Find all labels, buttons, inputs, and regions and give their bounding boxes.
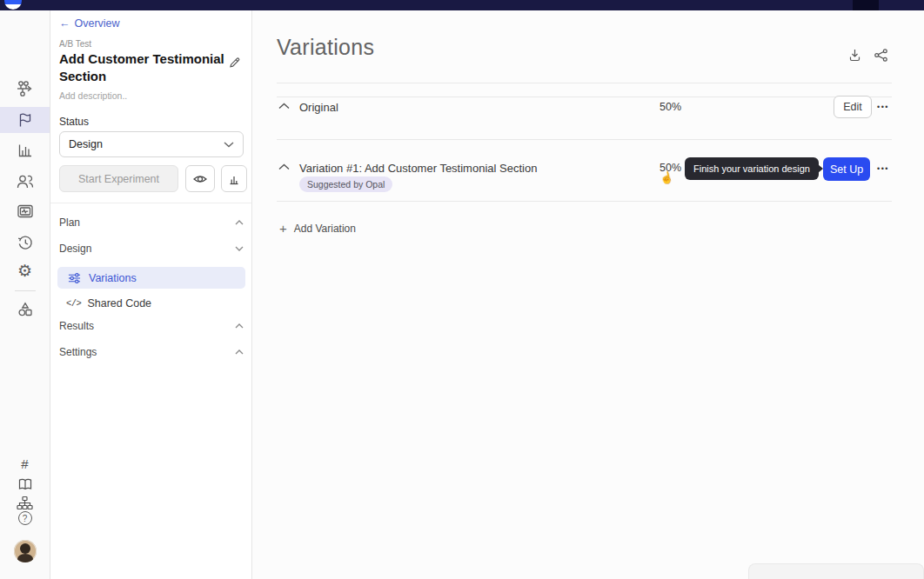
chevron-up-icon [235,323,244,329]
download-icon[interactable] [847,48,862,63]
nav-label: Design [59,243,91,255]
edit-button[interactable]: Edit [834,96,872,118]
topbar-decoration [853,0,879,10]
icon-rail: ⚙ # ? [0,10,50,579]
back-to-overview-link[interactable]: ← Overview [59,17,120,30]
chevron-up-icon [235,349,244,355]
row-divider [277,139,892,140]
start-experiment-button[interactable]: Start Experiment [59,165,178,192]
nav-item-label: Shared Code [87,297,151,309]
history-icon[interactable] [0,234,50,251]
bottom-right-widget [748,563,924,579]
header-divider [277,83,892,83]
experiment-title: Add Customer Testimonial Section [59,50,228,85]
nav-section-plan[interactable]: Plan [59,216,244,229]
nav-section-settings[interactable]: Settings [59,346,244,358]
back-label: Overview [75,17,120,30]
nav-item-variations[interactable]: Variations [57,267,245,289]
suggested-badge: Suggested by Opal [299,176,392,192]
monitor-icon[interactable] [0,203,50,219]
plus-icon: + [279,222,287,235]
variations-main: Variations Original [252,10,924,579]
hash-icon[interactable]: # [0,457,50,470]
nav-label: Results [59,320,94,332]
description-placeholder[interactable]: Add description.. [59,90,127,101]
user-avatar[interactable] [14,540,37,562]
share-icon[interactable] [874,48,888,63]
row-menu-icon[interactable]: ••• [877,164,889,173]
experiment-panel: ← Overview A/B Test Add Customer Testimo… [50,10,252,579]
variation-name: Original [299,101,338,114]
help-icon[interactable]: ? [0,511,50,525]
chevron-down-icon [224,142,234,148]
list-top-divider [277,96,892,97]
chevron-up-icon [235,220,244,225]
top-bar [0,0,924,10]
sliders-icon [68,272,81,284]
nav-item-label: Variations [89,272,137,284]
nav-label: Settings [59,346,97,358]
collapse-caret-icon[interactable] [278,103,290,110]
book-icon[interactable] [0,477,50,491]
set-up-button[interactable]: Set Up [823,157,870,181]
status-value: Design [69,138,103,150]
preview-eye-button[interactable] [185,165,215,192]
eye-icon [192,173,208,185]
audience-icon[interactable] [0,173,50,190]
shapes-icon[interactable] [0,301,50,318]
experiment-split-icon[interactable] [0,80,50,97]
variation-name: Variation #1: Add Customer Testimonial S… [299,162,537,175]
add-variation-button[interactable]: + Add Variation [279,222,356,235]
chevron-down-icon [235,246,244,251]
collapse-caret-icon[interactable] [278,163,290,170]
sitemap-icon[interactable] [0,496,50,510]
edit-title-icon[interactable] [228,56,241,72]
settings-gear-icon[interactable]: ⚙ [0,263,50,279]
panel-divider [50,203,251,203]
hand-cursor-icon: ☝ [659,170,675,185]
help-glyph: ? [23,514,28,523]
rail-divider [15,290,36,291]
nav-section-design[interactable]: Design [59,243,244,255]
results-chart-button[interactable] [221,165,247,192]
variation-tooltip: Finish your variation design [685,157,819,180]
row-divider [277,201,892,202]
status-select[interactable]: Design [59,131,244,157]
bar-chart-icon[interactable] [0,142,50,159]
flag-icon[interactable] [0,111,50,129]
row-menu-icon[interactable]: ••• [877,103,889,111]
nav-label: Plan [59,216,80,229]
traffic-split: 50% [660,101,681,113]
add-variation-label: Add Variation [294,223,356,235]
code-icon: </> [66,298,81,309]
nav-section-results[interactable]: Results [59,320,244,332]
nav-item-shared-code[interactable]: </> Shared Code [57,294,245,313]
page-title: Variations [277,35,374,60]
status-label: Status [59,116,89,128]
experiment-type-label: A/B Test [59,39,91,49]
mini-chart-icon [228,173,240,185]
app-window: ⚙ # ? [0,0,924,579]
back-arrow-icon: ← [59,17,70,30]
brand-logo-icon [4,0,22,10]
